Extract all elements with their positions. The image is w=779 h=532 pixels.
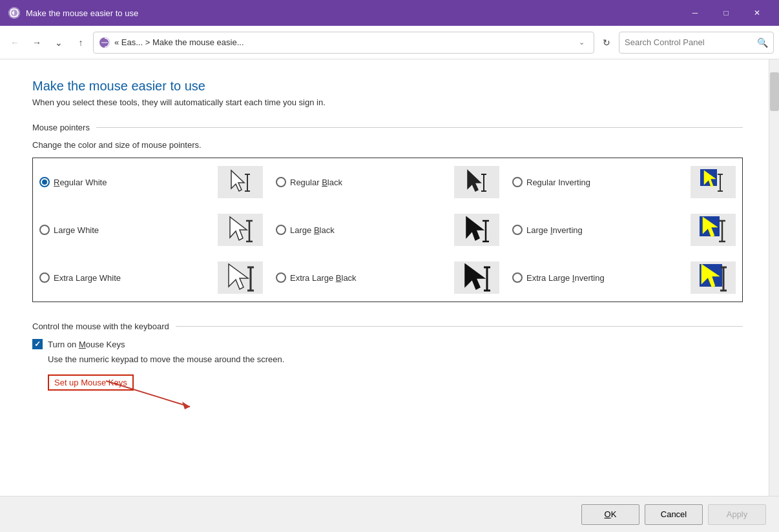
pointer-cell-large-inverting: Large Inverting [506,206,742,254]
mouse-keys-checkbox-row: ✓ Turn on Mouse Keys [32,339,743,349]
apply-button[interactable]: Apply [708,504,766,525]
mouse-keys-section: Control the mouse with the keyboard ✓ Tu… [32,322,743,391]
mouse-keys-checkbox-label: Turn on Mouse Keys [48,340,125,349]
svg-marker-7 [468,170,481,191]
pointer-cell-extra-large-white: Extra Large White [33,254,269,302]
svg-marker-33 [465,264,484,289]
section-divider-2 [176,326,743,327]
section-divider [96,127,743,128]
cursor-regular-black-svg [462,168,491,196]
preview-extra-large-white [218,261,263,294]
radio-extra-large-white[interactable] [39,272,50,283]
preview-large-white [218,214,263,246]
minimize-button[interactable]: ─ [681,3,709,23]
svg-marker-3 [231,170,244,191]
ok-button[interactable]: OK [581,504,639,525]
content-area: Make the mouse easier to use When you se… [0,59,769,496]
cancel-button[interactable]: Cancel [645,504,703,525]
pointer-cell-extra-large-inverting: Extra Large Inverting [506,254,742,302]
radio-regular-white[interactable] [39,177,50,187]
pointer-grid: Regular White Regular [32,158,743,302]
breadcrumb-dropdown[interactable]: ⌄ [574,36,588,50]
mouse-pointers-label: Mouse pointers [32,123,90,132]
radio-extra-large-inverting[interactable] [512,272,523,283]
search-box: 🔍 [619,32,774,54]
preview-extra-large-inverting [691,261,736,294]
preview-large-black [454,214,499,246]
setup-link-row: Set up Mouse Keys [48,374,743,391]
page-subtitle: When you select these tools, they will a… [32,97,743,107]
address-bar: ← → ⌄ ↑ « Eas... > Make the mouse easie.… [0,26,779,59]
mouse-keys-label: Control the mouse with the keyboard [32,322,169,331]
mouse-keys-checkbox[interactable]: ✓ [32,339,43,349]
main-wrapper: Make the mouse easier to use When you se… [0,59,779,496]
scrollbar-thumb[interactable] [770,72,779,111]
refresh-button[interactable]: ↻ [597,33,616,52]
cursor-extra-large-white-svg [226,263,254,292]
close-button[interactable]: ✕ [743,3,771,23]
address-box: « Eas... > Make the mouse easie... ⌄ [93,32,594,54]
svg-marker-16 [230,217,247,240]
radio-large-white[interactable] [39,225,50,235]
label-extra-large-white: Extra Large White [54,273,121,283]
address-icon [99,37,110,48]
cursor-regular-white-svg [226,168,254,196]
radio-regular-inverting[interactable] [512,177,523,187]
label-regular-black: Regular Black [290,178,342,187]
cursor-large-black-svg [462,216,491,244]
maximize-button[interactable]: □ [712,3,740,23]
radio-large-black[interactable] [276,225,286,235]
preview-large-inverting [691,214,736,246]
cursor-extra-large-inverting-svg [699,263,727,292]
pointer-cell-regular-black: Regular Black [269,158,506,206]
pointer-cell-extra-large-black: Extra Large Black [269,254,506,302]
radio-large-inverting[interactable] [512,225,523,235]
forward-button[interactable]: → [27,33,47,52]
cursor-extra-large-black-svg [462,263,491,292]
search-button[interactable]: 🔍 [757,37,768,48]
radio-regular-black[interactable] [276,177,286,187]
page-title: Make the mouse easier to use [32,79,743,94]
svg-marker-43 [182,402,190,409]
dropdown-button[interactable]: ⌄ [49,33,68,52]
pointer-cell-regular-inverting: Regular Inverting [506,158,742,206]
scrollbar[interactable] [769,59,779,496]
cursor-large-inverting-svg [699,216,727,244]
up-button[interactable]: ↑ [71,33,90,52]
label-regular-white: Regular White [54,178,107,187]
svg-marker-29 [229,264,248,289]
radio-extra-large-black[interactable] [276,272,286,283]
cursor-regular-inverting-svg [699,168,727,196]
pointer-cell-regular-white: Regular White [33,158,269,206]
cursor-large-white-svg [226,216,254,244]
bottom-bar: OK Cancel Apply [0,496,779,532]
pointer-cell-large-black: Large Black [269,206,506,254]
title-bar: Make the mouse easier to use ─ □ ✕ [0,0,779,26]
mouse-pointers-section-header: Mouse pointers [32,123,743,132]
label-large-white: Large White [54,225,99,235]
preview-regular-black [454,166,499,198]
svg-marker-20 [466,217,483,240]
back-button[interactable]: ← [5,33,25,52]
setup-mouse-keys-link[interactable]: Set up Mouse Keys [48,374,134,391]
label-large-black: Large Black [290,225,335,235]
checkbox-check-icon: ✓ [34,340,41,349]
label-extra-large-inverting: Extra Large Inverting [526,273,605,283]
pointer-description: Change the color and size of mouse point… [32,140,743,150]
mouse-keys-description: Use the numeric keypad to move the mouse… [48,354,743,364]
label-regular-inverting: Regular Inverting [526,178,590,187]
label-large-inverting: Large Inverting [526,225,583,235]
pointer-cell-large-white: Large White [33,206,269,254]
annotation-wrapper: Set up Mouse Keys [48,374,134,391]
mouse-keys-section-header: Control the mouse with the keyboard [32,322,743,331]
label-extra-large-black: Extra Large Black [290,273,357,283]
search-input[interactable] [625,37,753,47]
app-icon [8,6,21,19]
window-title: Make the mouse easier to use [26,8,681,18]
preview-regular-inverting [691,166,736,198]
preview-extra-large-black [454,261,499,294]
preview-regular-white [218,166,263,198]
window-controls: ─ □ ✕ [681,3,771,23]
breadcrumb-text: « Eas... > Make the mouse easie... [114,37,570,47]
